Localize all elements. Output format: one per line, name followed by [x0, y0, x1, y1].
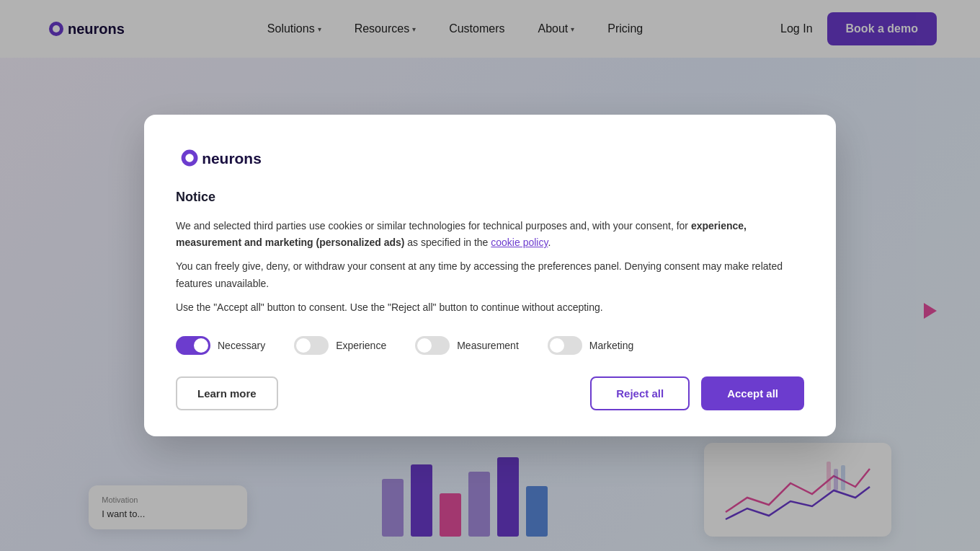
svg-text:neurons: neurons — [202, 150, 262, 167]
reject-all-button[interactable]: Reject all — [590, 376, 690, 410]
measurement-toggle-knob — [417, 338, 432, 353]
consent-body-text2: as specified in the — [404, 237, 491, 248]
marketing-toggle-switch[interactable] — [548, 336, 582, 355]
accept-all-button[interactable]: Accept all — [701, 376, 804, 410]
toggle-marketing[interactable]: Marketing — [548, 336, 633, 355]
consent-body-text3: . — [548, 237, 551, 248]
necessary-label: Necessary — [218, 340, 265, 351]
consent-body: We and selected third parties use cookie… — [176, 218, 804, 315]
experience-toggle-switch[interactable] — [294, 336, 329, 355]
measurement-label: Measurement — [457, 340, 519, 351]
consent-body-extra2: Use the "Accept all" button to consent. … — [176, 299, 804, 316]
necessary-toggle-knob — [194, 338, 208, 353]
experience-label: Experience — [336, 340, 386, 351]
consent-modal: neurons Notice We and selected third par… — [144, 115, 836, 436]
necessary-toggle-switch[interactable] — [176, 336, 210, 355]
learn-more-button[interactable]: Learn more — [176, 376, 278, 410]
toggles-row: Necessary Experience Measurement Marketi… — [176, 336, 804, 355]
toggle-experience[interactable]: Experience — [294, 336, 386, 355]
measurement-toggle-switch[interactable] — [415, 336, 450, 355]
consent-body-extra1: You can freely give, deny, or withdraw y… — [176, 258, 804, 291]
modal-logo: neurons — [176, 144, 804, 172]
cookie-policy-link[interactable]: cookie policy — [491, 237, 548, 248]
experience-toggle-knob — [296, 338, 311, 353]
toggle-measurement[interactable]: Measurement — [415, 336, 519, 355]
marketing-label: Marketing — [589, 340, 633, 351]
modal-actions: Learn more Reject all Accept all — [176, 376, 804, 410]
notice-heading: Notice — [176, 190, 804, 205]
consent-overlay: neurons Notice We and selected third par… — [0, 0, 980, 551]
svg-point-13 — [185, 154, 193, 162]
marketing-toggle-knob — [550, 338, 564, 353]
toggle-necessary[interactable]: Necessary — [176, 336, 265, 355]
consent-body-text1: We and selected third parties use cookie… — [176, 220, 691, 232]
